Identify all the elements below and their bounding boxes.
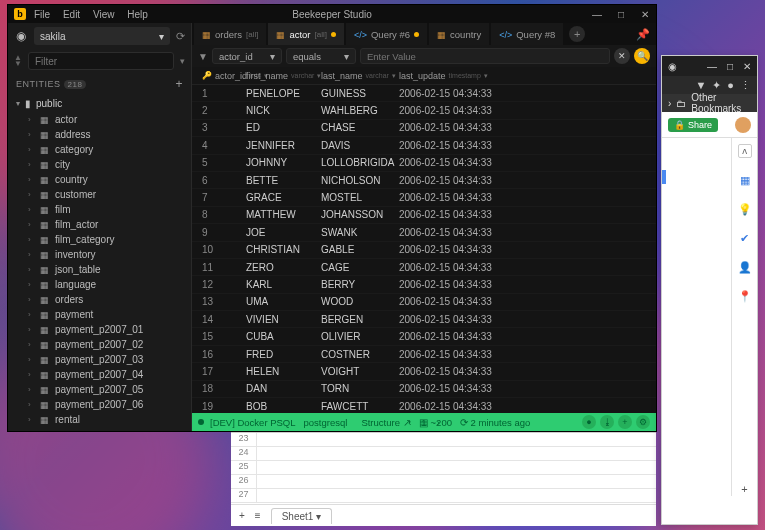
table-row[interactable]: 16FREDCOSTNER2006-02-15 04:34:33 (192, 346, 656, 363)
table-payment_p2007_01[interactable]: ›▦payment_p2007_01 (8, 322, 191, 337)
table-row[interactable]: 12KARLBERRY2006-02-15 04:34:33 (192, 276, 656, 293)
table-inventory[interactable]: ›▦inventory (8, 247, 191, 262)
table-row[interactable]: 2NICKWAHLBERG2006-02-15 04:34:33 (192, 102, 656, 119)
table-country[interactable]: ›▦country (8, 172, 191, 187)
table-row[interactable]: 17HELENVOIGHT2006-02-15 04:34:33 (192, 363, 656, 380)
sheet-row[interactable]: 25 (231, 461, 656, 475)
prev-page-button[interactable]: ‹ (408, 417, 411, 428)
data-grid[interactable]: 1PENELOPEGUINESS2006-02-15 04:34:332NICK… (192, 85, 656, 413)
collapse-panel-button[interactable]: ʌ (738, 144, 752, 158)
maximize-button[interactable]: □ (614, 9, 628, 20)
table-row[interactable]: 7GRACEMOSTEL2006-02-15 04:34:33 (192, 189, 656, 206)
tab-Query-8[interactable]: </>Query #8 (491, 23, 563, 45)
tab-country[interactable]: ▦country (429, 23, 489, 45)
table-row[interactable]: 19BOBFAWCETT2006-02-15 04:34:33 (192, 398, 656, 413)
table-row[interactable]: 1PENELOPEGUINESS2006-02-15 04:34:33 (192, 85, 656, 102)
table-orders[interactable]: ›▦orders (8, 292, 191, 307)
col-first-name[interactable]: first_name (246, 71, 288, 81)
table-json_table[interactable]: ›▦json_table (8, 262, 191, 277)
col-actor-id[interactable]: actor_id (215, 71, 247, 81)
avatar[interactable] (735, 117, 751, 133)
table-row[interactable]: 14VIVIENBERGEN2006-02-15 04:34:33 (192, 311, 656, 328)
table-film[interactable]: ›▦film (8, 202, 191, 217)
filter-input[interactable] (28, 52, 174, 70)
chrome-close[interactable]: ✕ (743, 61, 751, 72)
run-filter-button[interactable]: 🔍 (634, 48, 650, 64)
table-row[interactable]: 11ZEROCAGE2006-02-15 04:34:33 (192, 259, 656, 276)
table-film_actor[interactable]: ›▦film_actor (8, 217, 191, 232)
table-row[interactable]: 13UMAWOOD2006-02-15 04:34:33 (192, 294, 656, 311)
table-row[interactable]: 18DANTORN2006-02-15 04:34:33 (192, 381, 656, 398)
calendar-icon[interactable]: ▦ (738, 173, 752, 187)
tab-Query-6[interactable]: </>Query #6 (346, 23, 427, 45)
sheet-row[interactable]: 24 (231, 447, 656, 461)
share-button[interactable]: 🔒 Share (668, 118, 718, 132)
close-button[interactable]: ✕ (638, 9, 652, 20)
table-payment_p2007_02[interactable]: ›▦payment_p2007_02 (8, 337, 191, 352)
add-sheet-button[interactable]: + (239, 510, 245, 521)
maps-icon[interactable]: 📍 (738, 289, 752, 303)
table-address[interactable]: ›▦address (8, 127, 191, 142)
table-row[interactable]: 10CHRISTIANGABLE2006-02-15 04:34:33 (192, 242, 656, 259)
other-bookmarks[interactable]: ›🗀Other Bookmarks (662, 94, 757, 112)
chrome-profile-icon[interactable]: ● (727, 79, 734, 91)
table-row[interactable]: 15CUBAOLIVIER2006-02-15 04:34:33 (192, 328, 656, 345)
refresh-button[interactable]: ⟳ (176, 30, 185, 43)
filter-column-select[interactable]: actor_id▾ (212, 48, 282, 64)
pin-icon[interactable]: 📌 (636, 28, 650, 41)
table-payment_p2007_04[interactable]: ›▦payment_p2007_04 (8, 367, 191, 382)
keep-icon[interactable]: 💡 (738, 202, 752, 216)
minimize-button[interactable]: — (590, 9, 604, 20)
next-page-button[interactable]: › (437, 417, 440, 428)
database-selector[interactable]: sakila▾ (34, 27, 170, 45)
table-language[interactable]: ›▦language (8, 277, 191, 292)
table-row[interactable]: 4JENNIFERDAVIS2006-02-15 04:34:33 (192, 137, 656, 154)
filter-dropdown[interactable]: ▾ (180, 56, 185, 66)
filter-value-input[interactable] (360, 48, 610, 64)
contacts-icon[interactable]: 👤 (738, 260, 752, 274)
tab-orders[interactable]: ▦orders[all] (194, 23, 266, 45)
table-rental[interactable]: ›▦rental (8, 412, 191, 427)
table-category[interactable]: ›▦category (8, 142, 191, 157)
table-row[interactable]: 3EDCHASE2006-02-15 04:34:33 (192, 120, 656, 137)
chrome-ext-icon[interactable]: ✦ (712, 79, 721, 92)
table-film_category[interactable]: ›▦film_category (8, 232, 191, 247)
nav-arrows[interactable]: ▲▼ (14, 55, 22, 67)
sheet-row[interactable]: 27 (231, 489, 656, 503)
chrome-down-icon[interactable]: ▼ (695, 79, 706, 91)
menu-file[interactable]: File (34, 9, 50, 20)
chrome-minimize[interactable]: — (707, 61, 717, 72)
table-row[interactable]: 8MATTHEWJOHANSSON2006-02-15 04:34:33 (192, 207, 656, 224)
settings-button[interactable]: ⚙ (636, 415, 650, 429)
add-addon-button[interactable]: + (738, 482, 752, 496)
sheet-row[interactable]: 23 (231, 433, 656, 447)
table-actor[interactable]: ›▦actor (8, 112, 191, 127)
sheet-row[interactable]: 26 (231, 475, 656, 489)
chrome-menu-icon[interactable]: ⋮ (740, 79, 751, 92)
tasks-icon[interactable]: ✔ (738, 231, 752, 245)
filter-operator-select[interactable]: equals▾ (286, 48, 356, 64)
table-payment[interactable]: ›▦payment (8, 307, 191, 322)
table-city[interactable]: ›▦city (8, 157, 191, 172)
page-number[interactable]: 1 (421, 417, 426, 428)
structure-button[interactable]: Structure ↗ (361, 417, 411, 428)
table-payment_p2007_05[interactable]: ›▦payment_p2007_05 (8, 382, 191, 397)
sheet-tab[interactable]: Sheet1 ▾ (271, 508, 332, 524)
menu-view[interactable]: View (93, 9, 115, 20)
col-last-update[interactable]: last_update (399, 71, 446, 81)
pending-changes-button[interactable]: ● (582, 415, 596, 429)
table-customer[interactable]: ›▦customer (8, 187, 191, 202)
add-entity-button[interactable]: + (175, 77, 183, 91)
tab-actor[interactable]: ▦actor[all] (268, 23, 344, 45)
table-row[interactable]: 6BETTENICHOLSON2006-02-15 04:34:33 (192, 172, 656, 189)
table-payment_p2007_06[interactable]: ›▦payment_p2007_06 (8, 397, 191, 412)
new-tab-button[interactable]: + (569, 26, 585, 42)
all-sheets-button[interactable]: ≡ (255, 510, 261, 521)
col-last-name[interactable]: last_name (321, 71, 363, 81)
chrome-maximize[interactable]: □ (727, 61, 733, 72)
download-button[interactable]: ⭳ (600, 415, 614, 429)
table-payment_p2007_03[interactable]: ›▦payment_p2007_03 (8, 352, 191, 367)
table-row[interactable]: 5JOHNNYLOLLOBRIGIDA2006-02-15 04:34:33 (192, 155, 656, 172)
table-row[interactable]: 9JOESWANK2006-02-15 04:34:33 (192, 224, 656, 241)
clear-filter-button[interactable]: ✕ (614, 48, 630, 64)
